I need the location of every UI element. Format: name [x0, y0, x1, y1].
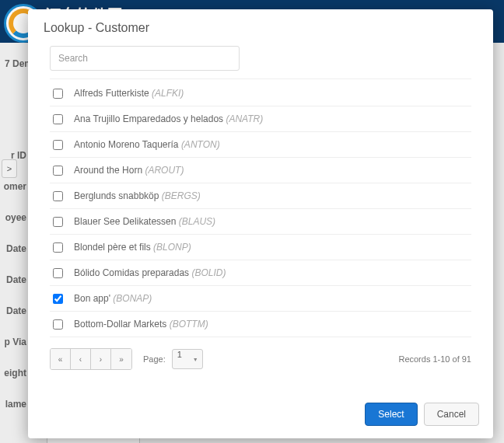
list-item-name: Blauer See Delikatessen (BLAUS): [74, 216, 215, 227]
list-item-checkbox[interactable]: [53, 242, 63, 253]
search-input[interactable]: [50, 46, 240, 71]
pager-row: « ‹ › » Page: 1 Records 1-10 of 91: [50, 337, 471, 370]
list-item-name: Bólido Comidas preparadas (BOLID): [74, 267, 226, 278]
cancel-button[interactable]: Cancel: [424, 403, 479, 426]
list-item-name: Ana Trujillo Emparedados y helados (ANAT…: [74, 113, 263, 124]
list-item-code: (BLAUS): [179, 216, 215, 227]
list-item-code: (ALFKI): [152, 88, 184, 99]
list-item-code: (ANATR): [226, 113, 263, 124]
pager-buttons: « ‹ › »: [50, 348, 132, 370]
list-item-name: Blondel père et fils (BLONP): [74, 242, 191, 253]
list-item-name: Antonio Moreno Taquería (ANTON): [74, 139, 220, 150]
list-item[interactable]: Blondel père et fils (BLONP): [50, 235, 471, 260]
records-text: Records 1-10 of 91: [398, 354, 471, 364]
list-item-checkbox[interactable]: [53, 268, 63, 278]
page-label: Page:: [143, 354, 166, 364]
list-item-name: Around the Horn (AROUT): [74, 165, 184, 176]
list-item[interactable]: Alfreds Futterkiste (ALFKI): [50, 81, 471, 106]
list-item-name: Berglunds snabbköp (BERGS): [74, 190, 201, 201]
list-item-checkbox[interactable]: [53, 140, 63, 150]
pager-next-button[interactable]: ›: [91, 349, 111, 369]
modal-body: Alfreds Futterkiste (ALFKI)Ana Trujillo …: [28, 41, 493, 392]
list-item[interactable]: Ana Trujillo Emparedados y helados (ANAT…: [50, 106, 471, 132]
list-item[interactable]: Blauer See Delikatessen (BLAUS): [50, 209, 471, 235]
select-button[interactable]: Select: [365, 403, 417, 426]
list-item-code: (BONAP): [113, 293, 152, 304]
list-item[interactable]: Around the Horn (AROUT): [50, 158, 471, 183]
list-item[interactable]: Bottom-Dollar Markets (BOTTM): [50, 312, 471, 337]
modal-footer: Select Cancel: [28, 392, 493, 438]
list-item-code: (ANTON): [181, 139, 220, 150]
modal-header: Lookup - Customer: [28, 9, 493, 41]
list-item-code: (BOTTM): [170, 319, 208, 330]
list-item[interactable]: Bon app' (BONAP): [50, 286, 471, 312]
double-chevron-left-icon: «: [58, 355, 63, 364]
pager-prev-button[interactable]: ‹: [71, 349, 91, 369]
list-item-code: (BLONP): [153, 242, 191, 253]
divider: [50, 78, 471, 79]
list-item-code: (BOLID): [191, 267, 226, 278]
list-item-checkbox[interactable]: [53, 294, 63, 304]
page-select[interactable]: 1: [172, 349, 203, 369]
list-item-checkbox[interactable]: [53, 114, 63, 124]
list-item-code: (BERGS): [162, 190, 201, 201]
pager-first-button[interactable]: «: [51, 349, 71, 369]
list-item-name: Bon app' (BONAP): [74, 293, 152, 304]
customer-list: Alfreds Futterkiste (ALFKI)Ana Trujillo …: [50, 81, 471, 337]
list-item-checkbox[interactable]: [53, 89, 63, 99]
modal-title: Lookup - Customer: [44, 21, 478, 35]
list-item[interactable]: Antonio Moreno Taquería (ANTON): [50, 132, 471, 158]
chevron-right-icon: ›: [100, 355, 102, 364]
list-item-name: Bottom-Dollar Markets (BOTTM): [74, 319, 208, 330]
page-number: 1: [177, 350, 182, 359]
list-item[interactable]: Berglunds snabbköp (BERGS): [50, 183, 471, 209]
lookup-modal: Lookup - Customer Alfreds Futterkiste (A…: [28, 9, 493, 438]
chevron-left-icon: ‹: [79, 355, 82, 364]
double-chevron-right-icon: »: [119, 355, 124, 364]
list-item-code: (AROUT): [145, 165, 184, 176]
list-item-checkbox[interactable]: [53, 191, 63, 201]
pager-last-button[interactable]: »: [111, 349, 131, 369]
list-item-checkbox[interactable]: [53, 217, 63, 227]
list-item-checkbox[interactable]: [53, 319, 63, 330]
list-item-checkbox[interactable]: [53, 166, 63, 176]
list-item-name: Alfreds Futterkiste (ALFKI): [74, 88, 184, 99]
list-item[interactable]: Bólido Comidas preparadas (BOLID): [50, 260, 471, 286]
